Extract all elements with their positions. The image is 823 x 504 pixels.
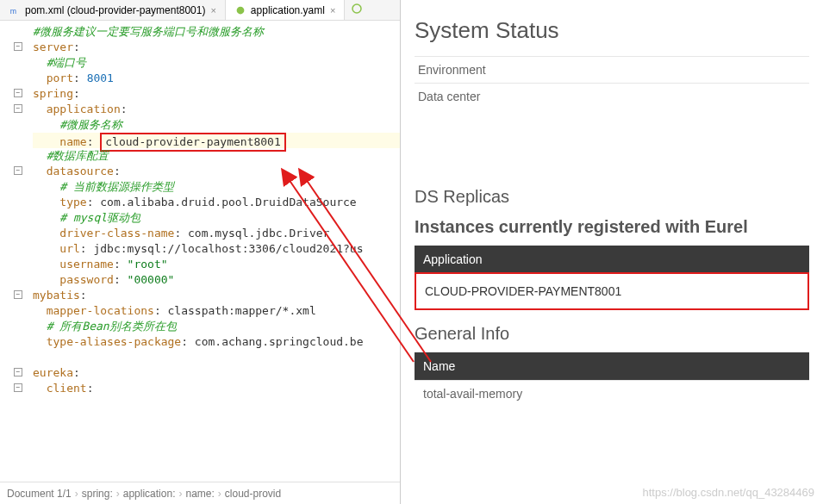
- xml-file-icon: m: [9, 4, 21, 16]
- code-value: classpath:mapper/*.xml: [168, 304, 316, 317]
- code-key: type: [59, 196, 86, 208]
- breadcrumb-doc: Document 1/1: [7, 488, 72, 500]
- memory-row: total-avail-memory: [415, 380, 809, 407]
- code-key: mybatis: [33, 289, 80, 302]
- code-comment: # mysql驱动包: [59, 211, 140, 224]
- tab-hidden-indicator[interactable]: [345, 0, 369, 20]
- ds-replicas-heading: DS Replicas: [415, 187, 809, 207]
- datacenter-row: Data center: [415, 83, 809, 109]
- svg-point-3: [352, 4, 361, 13]
- fold-icon[interactable]: −: [14, 290, 22, 299]
- code-key: type-aliases-package: [47, 335, 182, 348]
- code-comment: #微服务名称: [59, 118, 122, 131]
- code-comment: #数据库配置: [47, 149, 109, 162]
- editor-tabs: m pom.xml (cloud-provider-payment8001) ×…: [0, 0, 400, 21]
- code-key: url: [59, 242, 79, 255]
- close-icon[interactable]: ×: [210, 5, 215, 16]
- ide-panel: m pom.xml (cloud-provider-payment8001) ×…: [0, 0, 401, 504]
- system-status-heading: System Status: [415, 17, 809, 44]
- fold-icon[interactable]: −: [14, 368, 22, 376]
- breadcrumb-item[interactable]: spring:: [82, 488, 113, 500]
- code-key: port: [47, 72, 73, 84]
- code-value: 8001: [87, 72, 114, 84]
- watermark: https://blog.csdn.net/qq_43284469: [643, 486, 815, 499]
- tab-application-yaml[interactable]: application.yaml ×: [226, 0, 345, 20]
- eureka-dashboard: System Status Environment Data center DS…: [401, 0, 823, 504]
- code-key: eureka: [33, 366, 73, 379]
- code-value: com.mysql.jdbc.Driver: [188, 227, 329, 240]
- code-editor[interactable]: − − − − − −: [0, 21, 400, 482]
- fold-icon[interactable]: −: [14, 104, 22, 113]
- close-icon[interactable]: ×: [330, 5, 335, 16]
- svg-point-2: [236, 6, 244, 14]
- code-value: jdbc:mysql://localhost:3306/cloud2021?us: [93, 242, 363, 255]
- gutter: − − − − − −: [0, 24, 26, 482]
- code-key: datasource: [47, 165, 114, 177]
- fold-icon[interactable]: −: [14, 383, 22, 392]
- code-key: name: [59, 135, 86, 148]
- tab-label: application.yaml: [251, 4, 325, 16]
- svg-text:m: m: [10, 6, 16, 15]
- tab-pom[interactable]: m pom.xml (cloud-provider-payment8001) ×: [0, 0, 226, 20]
- fold-icon[interactable]: −: [14, 166, 22, 175]
- environment-row: Environment: [415, 56, 809, 83]
- code-key: driver-class-name: [59, 227, 174, 240]
- code-key: application: [47, 103, 121, 115]
- code-comment: # 所有Bean别名类所在包: [47, 320, 177, 333]
- breadcrumb: Document 1/1 › spring: › application: › …: [0, 482, 400, 504]
- code-key: password: [59, 273, 114, 286]
- breadcrumb-item[interactable]: name:: [185, 488, 214, 500]
- tab-label: pom.xml (cloud-provider-payment8001): [25, 4, 205, 16]
- application-column-header: Application: [415, 246, 809, 273]
- code-content: #微服务建议一定要写服务端口号和微服务名称 server: #端口号 port:…: [26, 24, 400, 482]
- yaml-file-icon: [234, 4, 246, 16]
- code-value: com.achang.springcloud.be: [195, 335, 364, 348]
- fold-icon[interactable]: −: [14, 89, 22, 97]
- code-key: spring: [33, 87, 73, 100]
- registered-application-entry[interactable]: CLOUD-PROVIDER-PAYMENT8001: [415, 272, 809, 310]
- highlighted-app-name: cloud-provider-payment8001: [100, 133, 286, 152]
- code-value: "00000": [128, 273, 175, 286]
- breadcrumb-item[interactable]: cloud-provid: [225, 488, 281, 500]
- code-value: com.alibaba.druid.pool.DruidDataSource: [100, 196, 356, 208]
- fold-icon[interactable]: −: [14, 42, 22, 51]
- code-comment: # 当前数据源操作类型: [59, 180, 174, 193]
- general-info-heading: General Info: [415, 324, 809, 344]
- code-key: client: [47, 382, 87, 395]
- code-key: server: [33, 40, 73, 53]
- breadcrumb-item[interactable]: application:: [123, 488, 176, 500]
- code-key: username: [59, 258, 114, 271]
- code-comment: #微服务建议一定要写服务端口号和微服务名称: [33, 25, 264, 38]
- code-key: mapper-locations: [47, 304, 154, 317]
- instances-heading: Instances currently registered with Eure…: [415, 217, 809, 237]
- code-comment: #端口号: [47, 56, 87, 69]
- code-value: "root": [128, 258, 168, 271]
- name-column-header: Name: [415, 352, 809, 380]
